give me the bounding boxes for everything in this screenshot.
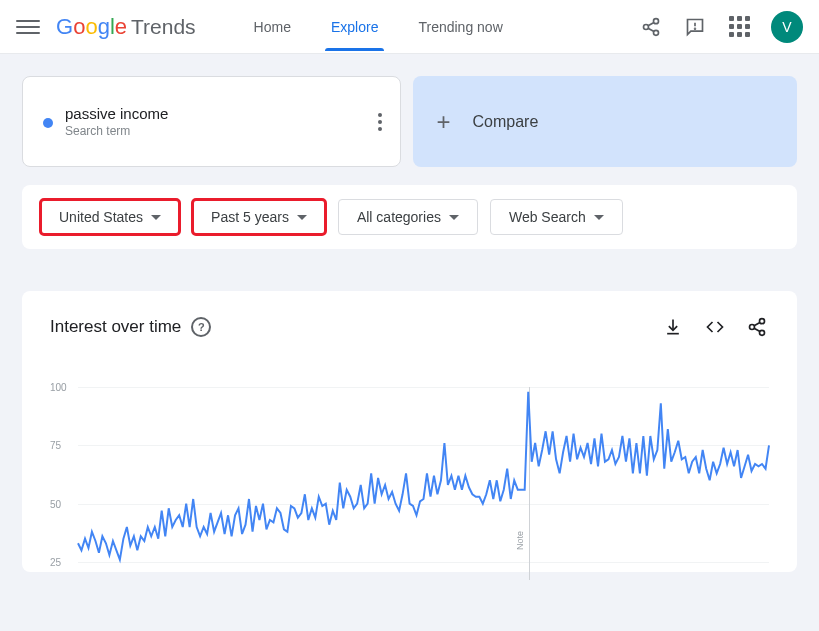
svg-line-4 (648, 28, 654, 31)
term-subtitle: Search term (65, 124, 168, 138)
filter-time-label: Past 5 years (211, 209, 289, 225)
chevron-down-icon (449, 215, 459, 220)
chart-title: Interest over time (50, 317, 181, 337)
filter-geo[interactable]: United States (40, 199, 180, 235)
filter-search-type-label: Web Search (509, 209, 586, 225)
svg-point-6 (695, 28, 696, 29)
filter-geo-label: United States (59, 209, 143, 225)
y-tick-100: 100 (50, 382, 67, 393)
filter-category-label: All categories (357, 209, 441, 225)
svg-line-3 (648, 22, 654, 25)
chevron-down-icon (297, 215, 307, 220)
avatar[interactable]: V (771, 11, 803, 43)
feedback-icon[interactable] (683, 15, 707, 39)
apps-icon[interactable] (727, 15, 751, 39)
download-icon[interactable] (661, 315, 685, 339)
svg-point-7 (760, 319, 765, 324)
filter-search-type[interactable]: Web Search (490, 199, 623, 235)
chevron-down-icon (594, 215, 604, 220)
y-tick-75: 75 (50, 440, 61, 451)
menu-icon[interactable] (16, 15, 40, 39)
help-icon[interactable]: ? (191, 317, 211, 337)
chevron-down-icon (151, 215, 161, 220)
filter-bar: United States Past 5 years All categorie… (22, 185, 797, 249)
compare-button[interactable]: + Compare (413, 76, 798, 167)
compare-label: Compare (473, 113, 539, 131)
nav: Home Explore Trending now (236, 5, 521, 49)
logo-trends-text: Trends (131, 15, 196, 39)
nav-trending[interactable]: Trending now (400, 5, 520, 49)
plus-icon: + (437, 108, 451, 136)
filter-category[interactable]: All categories (338, 199, 478, 235)
more-options-icon[interactable] (378, 113, 382, 131)
svg-point-8 (750, 325, 755, 330)
y-tick-25: 25 (50, 557, 61, 568)
filter-time[interactable]: Past 5 years (192, 199, 326, 235)
share-icon[interactable] (639, 15, 663, 39)
app-header: Google Trends Home Explore Trending now … (0, 0, 819, 54)
svg-point-0 (654, 18, 659, 23)
logo[interactable]: Google Trends (56, 14, 196, 40)
share-chart-icon[interactable] (745, 315, 769, 339)
nav-home[interactable]: Home (236, 5, 309, 49)
trend-line (78, 387, 769, 562)
svg-point-1 (644, 24, 649, 29)
svg-line-10 (754, 322, 760, 325)
svg-point-2 (654, 30, 659, 35)
nav-explore[interactable]: Explore (313, 5, 396, 49)
svg-line-11 (754, 328, 760, 331)
chart-plot-area: 100 75 50 25 Note (78, 387, 769, 562)
svg-point-9 (760, 330, 765, 335)
term-title: passive income (65, 105, 168, 122)
embed-icon[interactable] (703, 315, 727, 339)
interest-chart-card: Interest over time ? 100 75 50 25 Note (22, 291, 797, 572)
search-term-card[interactable]: passive income Search term (22, 76, 401, 167)
y-tick-50: 50 (50, 498, 61, 509)
term-color-dot (43, 118, 53, 128)
